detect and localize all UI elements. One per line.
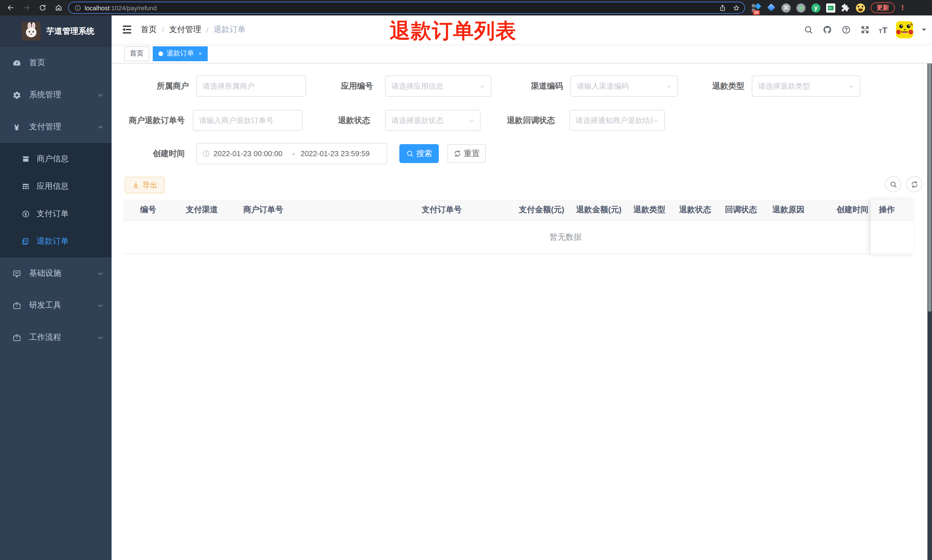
sidebar-collapse-icon[interactable] xyxy=(122,25,132,34)
browser-back-button[interactable] xyxy=(5,2,16,14)
search-icon xyxy=(889,180,897,188)
sidebar-item-pay-order[interactable]: 支付订单 xyxy=(0,200,112,228)
sidebar-logo[interactable]: 芋道管理系统 xyxy=(0,15,112,47)
app-select[interactable]: 请选择应用信息 xyxy=(385,75,491,97)
sidebar: 芋道管理系统 首页 系统管理 ¥ 支付管理 xyxy=(0,15,112,560)
shop-icon xyxy=(21,155,30,163)
screen: localhost:1024/pay/refund 10 ⌘ xyxy=(0,0,932,560)
extension-icon[interactable]: 10 xyxy=(752,3,761,12)
browser-reload-button[interactable] xyxy=(37,2,48,14)
tag-label: 退款订单 xyxy=(166,49,194,58)
caret-down-icon[interactable] xyxy=(922,29,926,33)
bookmark-star-icon[interactable] xyxy=(733,4,740,11)
filter-label-merchant: 所属商户 xyxy=(114,75,189,97)
chevron-down-icon xyxy=(666,83,672,89)
merchant-input[interactable] xyxy=(196,75,306,97)
column-header: 退款原因 xyxy=(767,205,831,215)
browser-menu-icon[interactable]: ⋮ xyxy=(900,4,906,11)
filter-label-refund-type: 退款类型 xyxy=(681,75,744,97)
yen-icon: ¥ xyxy=(12,122,21,132)
extension-icon[interactable] xyxy=(826,3,835,12)
sidebar-item-home[interactable]: 首页 xyxy=(0,47,112,79)
sidebar-item-infra[interactable]: 基础设施 xyxy=(0,257,112,289)
date-end[interactable]: 2022-01-23 23:59:59 xyxy=(301,149,381,158)
toggle-search-button[interactable] xyxy=(885,176,901,192)
sidebar-item-merchant-info[interactable]: 商户信息 xyxy=(0,145,112,173)
sidebar-item-pay[interactable]: ¥ 支付管理 xyxy=(0,111,112,143)
navbar-actions: TT xyxy=(803,21,932,38)
breadcrumb-separator: / xyxy=(162,25,164,34)
tag-home[interactable]: 首页 xyxy=(124,46,149,61)
extensions-puzzle-icon[interactable] xyxy=(841,3,850,12)
select-placeholder: 请输入渠道编码 xyxy=(577,81,666,91)
briefcase-icon xyxy=(12,301,21,310)
gear-icon xyxy=(12,91,21,100)
user-avatar[interactable] xyxy=(896,21,913,38)
sidebar-item-label: 工作流程 xyxy=(29,332,61,343)
export-button-label: 导出 xyxy=(143,180,157,190)
sidebar-item-label: 支付管理 xyxy=(29,122,61,132)
url-host: localhost xyxy=(85,4,109,11)
refresh-table-button[interactable] xyxy=(906,176,922,192)
chevron-up-icon xyxy=(97,124,103,130)
github-icon[interactable] xyxy=(822,25,832,35)
refund-table: 编号 支付渠道 商户订单号 支付订单号 支付金额(元) 退款金额(元) 退款类型… xyxy=(123,200,914,254)
date-range-picker[interactable]: 2022-01-23 00:00:00 - 2022-01-23 23:59:5… xyxy=(196,143,388,164)
sidebar-item-workflow[interactable]: 工作流程 xyxy=(0,322,112,354)
scrollbar-thumb[interactable] xyxy=(928,20,931,312)
fullscreen-icon[interactable] xyxy=(860,25,870,35)
fixed-action-column: 操作 xyxy=(871,200,914,255)
dashboard-icon xyxy=(12,58,21,68)
sidebar-item-label: 支付订单 xyxy=(37,209,69,219)
download-icon xyxy=(132,182,140,189)
browser-forward-button[interactable] xyxy=(21,2,32,14)
extension-icon[interactable] xyxy=(856,3,865,12)
top-navbar: 首页 / 支付管理 / 退款订单 退款订单列表 TT xyxy=(112,15,932,44)
reset-button[interactable]: 重置 xyxy=(448,144,486,163)
help-icon[interactable] xyxy=(841,25,851,35)
browser-home-button[interactable] xyxy=(52,2,64,14)
breadcrumb-group[interactable]: 支付管理 xyxy=(169,25,201,35)
url-path: :1024/pay/refund xyxy=(109,4,157,11)
chevron-down-icon xyxy=(849,83,854,89)
notify-status-select[interactable]: 请选择通知商户退款结果 xyxy=(569,110,665,131)
sidebar-item-devtools[interactable]: 研发工具 xyxy=(0,289,112,322)
table-grid-icon xyxy=(21,182,30,191)
app-title: 芋道管理系统 xyxy=(46,26,94,36)
search-icon[interactable] xyxy=(803,25,813,35)
channel-select[interactable]: 请输入渠道编码 xyxy=(571,75,678,97)
extension-icon[interactable] xyxy=(767,3,776,12)
share-icon[interactable] xyxy=(719,4,726,11)
pay-submenu: 商户信息 应用信息 支付订单 xyxy=(0,143,112,257)
logo-rabbit-image xyxy=(22,22,41,41)
export-button[interactable]: 导出 xyxy=(125,177,165,193)
column-header: 创建时间 xyxy=(831,205,871,215)
address-bar[interactable]: localhost:1024/pay/refund xyxy=(68,2,745,14)
extension-icon[interactable]: ⌘ xyxy=(781,3,791,12)
select-placeholder: 请选择应用信息 xyxy=(391,81,480,91)
merchant-refund-no-input[interactable] xyxy=(193,110,303,131)
column-header: 编号 xyxy=(123,205,180,215)
select-placeholder: 请选择退款类型 xyxy=(758,81,849,91)
column-header-action: 操作 xyxy=(871,200,914,221)
browser-update-button[interactable]: 更新 xyxy=(871,2,895,13)
column-header: 支付金额(元) xyxy=(513,205,571,215)
tag-close-icon[interactable]: × xyxy=(198,50,202,57)
breadcrumb-home[interactable]: 首页 xyxy=(141,25,157,35)
column-header: 回调状态 xyxy=(719,205,767,215)
breadcrumb-separator: / xyxy=(206,25,208,34)
active-dot xyxy=(158,51,163,56)
sidebar-item-refund-order[interactable]: 退款订单 xyxy=(0,228,112,255)
date-start[interactable]: 2022-01-23 00:00:00 xyxy=(214,149,287,158)
extension-icon[interactable]: y xyxy=(811,3,820,12)
font-size-icon[interactable]: TT xyxy=(878,25,887,34)
search-button[interactable]: 搜索 xyxy=(399,144,439,163)
sidebar-item-system[interactable]: 系统管理 xyxy=(0,79,112,111)
sidebar-item-app-info[interactable]: 应用信息 xyxy=(0,173,112,200)
tag-refund-order[interactable]: 退款订单 × xyxy=(153,46,208,61)
date-separator: - xyxy=(292,149,295,158)
extension-icon[interactable] xyxy=(797,3,806,12)
page-scrollbar[interactable] xyxy=(927,15,932,560)
refund-type-select[interactable]: 请选择退款类型 xyxy=(752,75,860,97)
site-info-icon[interactable] xyxy=(74,4,81,11)
